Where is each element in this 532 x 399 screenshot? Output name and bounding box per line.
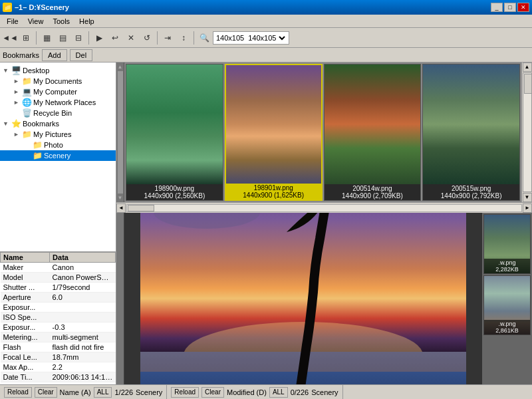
close-button[interactable]: ✕ — [517, 3, 529, 12]
size-value: 140x105 — [215, 34, 245, 42]
tree-item-network[interactable]: ► 🌐 My Network Places — [0, 97, 116, 108]
view-detail-button[interactable]: ▤ — [55, 31, 70, 45]
autumn-image — [325, 65, 421, 184]
prop-row: MakerCanon — [1, 263, 116, 273]
nav-back-button[interactable]: ◄◄ — [3, 31, 17, 45]
left-panel: ▼ 🖥️ Desktop ► 📁 My Documents ► 💻 My Com… — [0, 63, 116, 384]
scroll-up-btn[interactable]: ▲ — [118, 64, 123, 70]
folder-icon: 📁 — [21, 76, 32, 86]
move-button[interactable]: ↕ — [176, 31, 191, 45]
tree-item-bookmarks[interactable]: ▼ ⭐ Bookmarks — [0, 118, 116, 129]
prop-name: Model — [1, 273, 50, 283]
h-scroll-track[interactable] — [126, 204, 522, 212]
prop-row: Aperture6.0 — [1, 293, 116, 303]
menu-view[interactable]: View — [24, 16, 48, 27]
view-list-button[interactable]: ▦ — [39, 31, 54, 45]
slideshow-button[interactable]: ▶ — [92, 31, 106, 45]
right-panel: ▲ ▼ 198900w.png1440x900 (2,560KB) — [116, 63, 532, 384]
prop-value — [50, 313, 116, 323]
maximize-button[interactable]: □ — [504, 3, 516, 12]
tree-label-recycle: Recycle Bin — [33, 109, 72, 117]
thumbnail-2[interactable]: 198901w.png1440x900 (1,625KB) — [225, 64, 323, 201]
h-scroll-left-button[interactable]: ◄ — [116, 203, 126, 213]
tree-item-mycomputer[interactable]: ► 💻 My Computer — [0, 86, 116, 97]
tree-item-mypictures[interactable]: ► 📁 My Pictures — [0, 129, 116, 140]
computer-icon: 💻 — [21, 87, 32, 96]
thumb-section: ▲ ▼ 198900w.png1440x900 (2,560KB) — [116, 63, 532, 202]
preview-section: .w.png2,282KB .w.png2,861KB — [116, 213, 532, 384]
menu-help[interactable]: Help — [75, 16, 98, 27]
thumb-label-2: 198901w.png1440x900 (1,625KB) — [226, 184, 321, 200]
tree-item-scenery[interactable]: 📁 Scenery — [0, 150, 116, 161]
thumbnail-1[interactable]: 198900w.png1440x900 (2,560KB) — [126, 64, 223, 201]
thumbnail-3[interactable]: 200514w.png1440x900 (2,709KB) — [324, 64, 422, 201]
scroll-up-button[interactable]: ▲ — [523, 63, 532, 72]
tree-item-desktop[interactable]: ▼ 🖥️ Desktop — [0, 65, 116, 76]
zoom-button[interactable]: 🔍 — [197, 31, 211, 45]
tree-label-network: My Network Places — [33, 98, 96, 106]
del-bookmark-button[interactable]: Del — [70, 49, 93, 61]
status-clear-button[interactable]: Clear — [35, 387, 57, 398]
star-icon: ⭐ — [11, 119, 21, 128]
tree-item-mydocs[interactable]: ► 📁 My Documents — [0, 76, 116, 86]
prop-value: 18.7mm — [50, 352, 116, 362]
delete-button[interactable]: ✕ — [124, 31, 138, 45]
side-thumb-1[interactable]: .w.png2,282KB — [483, 214, 531, 274]
size-selector[interactable]: 140x105 140x105 160x120 200x150 — [213, 31, 289, 45]
desktop-icon: 🖥️ — [11, 66, 21, 75]
prop-row: Max Ap...2.2 — [1, 362, 116, 372]
prop-row: Date Ti...2009:06:13 14:14:43 — [1, 372, 116, 382]
properties-panel: Name Data MakerCanonModelCanon PowerShot… — [0, 251, 116, 384]
h-scroll-thumb[interactable] — [128, 205, 154, 211]
right-scrollbar: ▲ ▼ — [521, 63, 532, 202]
scroll-down-btn[interactable]: ▼ — [118, 195, 123, 201]
status-reload-right-button[interactable]: Reload — [171, 387, 199, 398]
size-dropdown[interactable]: 140x105 160x120 200x150 — [245, 33, 287, 43]
prop-name: Focal Le... — [1, 352, 50, 362]
prop-row: Shutter ...1/79second — [1, 283, 116, 293]
side-left-strip — [116, 213, 124, 384]
status-all-left-button[interactable]: ALL — [94, 387, 112, 398]
tropical-image — [126, 65, 223, 184]
preview-image — [140, 213, 466, 384]
tree-item-photo[interactable]: 📁 Photo — [0, 140, 116, 150]
thumbnail-4[interactable]: 200515w.png1440x900 (2,792KB) — [422, 64, 520, 201]
prop-name: Metering... — [1, 332, 50, 342]
scroll-down-button[interactable]: ▼ — [523, 193, 532, 202]
expand-icon: ▼ — [3, 120, 11, 127]
prop-name: Exposur... — [1, 303, 50, 313]
tree-label-mydocs: My Documents — [33, 77, 82, 85]
refresh-button[interactable]: ↺ — [140, 31, 154, 45]
toolbar-separator-2 — [88, 31, 89, 45]
h-scroll-right-button[interactable]: ► — [523, 203, 532, 213]
menu-tools[interactable]: Tools — [49, 16, 74, 27]
side-thumb-2[interactable]: .w.png2,861KB — [483, 275, 531, 335]
add-bookmark-button[interactable]: Add — [42, 49, 67, 61]
menu-file[interactable]: File — [3, 16, 23, 27]
prop-value: 1/79second — [50, 283, 116, 293]
scroll-thumb[interactable] — [524, 74, 532, 94]
folder-icon: 📁 — [32, 140, 43, 150]
scroll-track-left — [118, 71, 123, 194]
expand-icon: ► — [13, 88, 21, 95]
tree-label-bookmarks: Bookmarks — [23, 120, 59, 128]
view-large-button[interactable]: ⊟ — [71, 31, 86, 45]
prop-name: Date Ti... — [1, 372, 50, 382]
side-thumbnails-right: .w.png2,282KB .w.png2,861KB — [482, 213, 532, 384]
prop-value: flash did not fire — [50, 342, 116, 352]
view-thumbnails-button[interactable]: ⊞ — [19, 31, 33, 45]
tree-label-photo: Photo — [44, 141, 63, 149]
status-all-right-button[interactable]: ALL — [269, 387, 288, 398]
minimize-button[interactable]: _ — [491, 3, 503, 12]
prop-name: Max Ap... — [1, 362, 50, 372]
side-thumb-label-1: .w.png2,282KB — [484, 259, 530, 273]
status-clear-right-button[interactable]: Clear — [201, 387, 224, 398]
scroll-track[interactable] — [523, 72, 532, 192]
thumb-image-1 — [126, 65, 223, 184]
tree-item-recycle[interactable]: 🗑️ Recycle Bin — [0, 108, 116, 118]
toolbar-separator-1 — [36, 31, 37, 45]
thumb-label-3: 200514w.png1440x900 (2,709KB) — [325, 184, 421, 200]
rotate-button[interactable]: ↩ — [108, 31, 122, 45]
status-reload-button[interactable]: Reload — [4, 387, 32, 398]
copy-button[interactable]: ⇥ — [160, 31, 175, 45]
